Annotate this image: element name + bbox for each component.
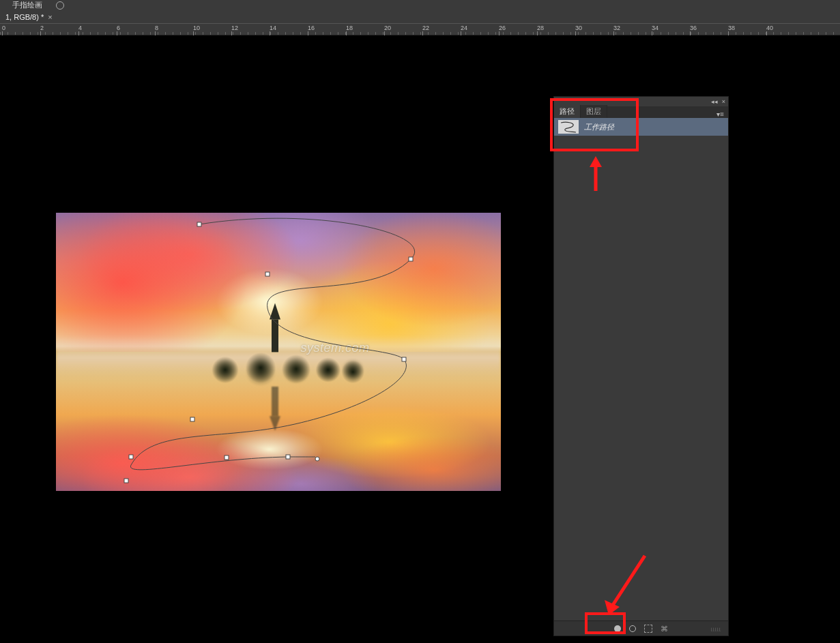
panel-tabs: 路径 图层 ▾≡ xyxy=(554,106,728,118)
ruler-tick: 8 xyxy=(155,25,158,31)
ruler-tick: 20 xyxy=(384,25,391,31)
tab-paths[interactable]: 路径 xyxy=(554,105,581,118)
ruler-tick: 18 xyxy=(346,25,353,31)
tab-layers[interactable]: 图层 xyxy=(581,105,607,118)
panel-menu-icon[interactable]: ▾≡ xyxy=(712,110,728,118)
ruler-tick: 28 xyxy=(537,25,544,31)
watermark-text: system.com xyxy=(301,341,370,355)
ruler-tick: 30 xyxy=(575,25,582,31)
ruler-tick: 26 xyxy=(499,25,506,31)
ruler-tick: 38 xyxy=(728,25,735,31)
options-bar: 手指绘画 xyxy=(0,0,840,10)
panel-collapse-icon[interactable]: ◂◂ xyxy=(711,98,718,105)
path-item-work-path[interactable]: 工作路径 xyxy=(554,118,728,136)
ruler-tick: 10 xyxy=(193,25,200,31)
sunset-scene: system.com xyxy=(56,213,501,491)
horizontal-ruler[interactable]: 0 2 4 6 8 10 12 14 16 18 20 22 24 26 28 … xyxy=(0,23,840,35)
panel-footer: ⌘ ୲୲୲୲୲ xyxy=(554,620,728,635)
ruler-minor-ticks xyxy=(0,24,840,35)
close-document-icon[interactable]: × xyxy=(48,13,52,21)
panel-close-icon[interactable]: × xyxy=(722,98,725,105)
ruler-tick: 4 xyxy=(78,25,82,31)
path-item-label: 工作路径 xyxy=(584,122,614,132)
path-list: 工作路径 xyxy=(554,118,728,136)
ruler-tick: 12 xyxy=(231,25,238,31)
ruler-tick: 34 xyxy=(652,25,658,31)
paths-panel: ◂◂ × 路径 图层 ▾≡ 工作路径 ⌘ ୲୲୲୲୲ xyxy=(553,96,729,636)
ruler-tick: 14 xyxy=(270,25,276,31)
fill-path-icon[interactable] xyxy=(614,625,621,632)
ruler-tick: 36 xyxy=(690,25,697,31)
ruler-tick: 24 xyxy=(461,25,467,31)
ruler-tick: 40 xyxy=(766,25,773,31)
ruler-tick: 0 xyxy=(2,25,5,31)
panel-resize-handle[interactable]: ୲୲୲୲୲ xyxy=(711,626,721,633)
path-thumbnail xyxy=(558,120,579,134)
ruler-tick: 32 xyxy=(613,25,620,31)
finger-painting-toggle[interactable] xyxy=(56,1,64,10)
link-icon[interactable]: ⌘ xyxy=(661,625,669,633)
finger-painting-label: 手指绘画 xyxy=(12,0,42,10)
ruler-tick: 22 xyxy=(422,25,429,31)
document-tab-label: 1, RGB/8) * xyxy=(5,13,44,21)
document-image[interactable]: system.com xyxy=(56,213,501,491)
panel-body[interactable] xyxy=(554,136,728,638)
island-reflection xyxy=(190,356,367,430)
ruler-tick: 16 xyxy=(308,25,315,31)
document-tab[interactable]: 1, RGB/8) * × xyxy=(0,10,58,23)
ruler-tick: 6 xyxy=(117,25,120,31)
ruler-tick: 2 xyxy=(40,25,44,31)
document-tab-bar: 1, RGB/8) * × xyxy=(0,10,840,23)
path-to-selection-icon[interactable] xyxy=(644,625,652,633)
stroke-path-icon[interactable] xyxy=(629,625,636,632)
